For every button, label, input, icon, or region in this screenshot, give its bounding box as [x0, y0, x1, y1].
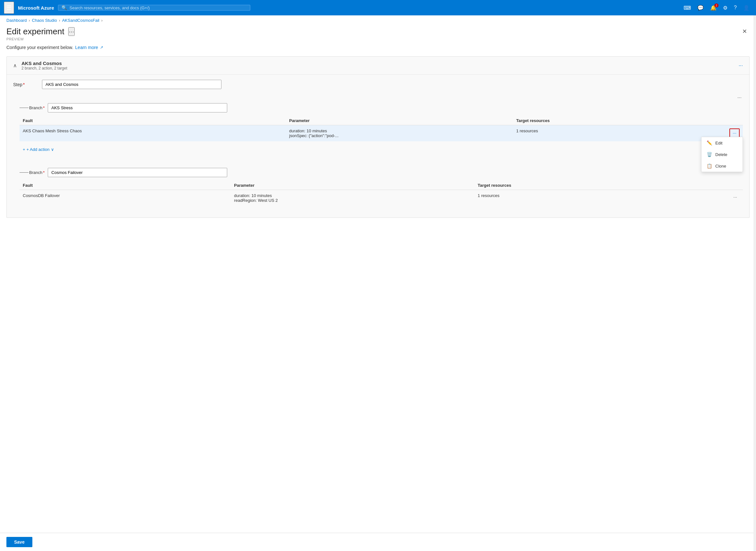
step-meta: 2 branch, 2 action, 2 target: [21, 66, 67, 70]
breadcrumb-sep-1: ›: [29, 18, 30, 23]
feedback-icon-btn[interactable]: 💬: [695, 3, 706, 13]
branch1-fault-name: AKS Chaos Mesh Stress Chaos: [20, 125, 286, 142]
step-container: ∧ AKS and Cosmos 2 branch, 2 action, 2 t…: [6, 56, 750, 218]
page-title: Edit experiment: [6, 27, 64, 36]
step-header-left: ∧ AKS and Cosmos 2 branch, 2 action, 2 t…: [12, 61, 67, 70]
branch2-fault-params: duration: 10 minutes readRegion: West US…: [231, 190, 474, 206]
branch1-name-input[interactable]: [48, 103, 227, 112]
page-header-left: Edit experiment ··· PREVIEW: [6, 27, 75, 41]
step-required-star: *: [23, 82, 25, 87]
breadcrumb-sep-2: ›: [59, 18, 60, 23]
branch2-fault-targets: 1 resources: [475, 190, 669, 206]
step-ellipsis-button[interactable]: ···: [737, 61, 744, 70]
branch2-label: Branch: [29, 170, 42, 175]
branch2-fault-col-header: Fault: [20, 181, 231, 190]
branch1-fault-menu-btn[interactable]: ···: [729, 128, 740, 137]
help-icon-btn[interactable]: ?: [731, 3, 739, 12]
context-menu-delete[interactable]: 🗑️ Delete: [702, 149, 743, 160]
branch1-fault-params: duration: 10 minutes jsonSpec: {"action"…: [286, 125, 513, 142]
top-nav: ☰ Microsoft Azure 🔍 ⌨ 💬 🔔 2 ⚙ ? 👤: [0, 0, 756, 15]
branch1-add-action-btn[interactable]: + + Add action ∨: [23, 147, 54, 152]
notifications-icon-btn[interactable]: 🔔 2: [708, 3, 719, 13]
external-link-icon: ↗: [100, 45, 103, 50]
branch2-fault-name: CosmosDB Failover: [20, 190, 231, 206]
branch1-label-line: Branch *: [20, 105, 45, 110]
configure-description: Configure your experiment below.: [6, 45, 73, 50]
page-title-ellipsis-btn[interactable]: ···: [68, 27, 75, 36]
branch2-target-col-header: Target resources: [475, 181, 669, 190]
branch1-label: Branch: [29, 105, 42, 110]
branch1-fault-table: Fault Parameter Target resources AKS Cha…: [20, 116, 743, 141]
branch1-top-ellipsis-btn[interactable]: ···: [736, 93, 743, 102]
nav-icons: ⌨ 💬 🔔 2 ⚙ ? 👤: [681, 3, 752, 13]
page-close-button[interactable]: ✕: [740, 27, 750, 36]
configure-text: Configure your experiment below. Learn m…: [6, 45, 750, 50]
terminal-icon-btn[interactable]: ⌨: [681, 3, 694, 13]
branch2-label-line: Branch *: [20, 170, 45, 175]
step-collapse-button[interactable]: ∧: [12, 62, 18, 69]
add-action-label: + Add action: [27, 147, 50, 152]
branch1-ellipsis-row: ···: [20, 93, 743, 102]
brand-name: Microsoft Azure: [18, 5, 54, 11]
step-header: ∧ AKS and Cosmos 2 branch, 2 action, 2 t…: [7, 57, 749, 75]
page-header: Edit experiment ··· PREVIEW ✕: [0, 25, 756, 45]
branch1-section: ··· Branch * Fault Par: [20, 93, 743, 153]
branch1-fault-targets: 1 resources: [513, 125, 676, 142]
step-label-area: Step *: [13, 82, 39, 87]
step-label: Step: [13, 82, 22, 87]
branch1-fault-actions: ··· ✏️ Edit 🗑️ Delete: [676, 125, 743, 142]
add-action-chevron: ∨: [51, 147, 54, 152]
context-menu-delete-label: Delete: [715, 152, 728, 157]
learn-more-link[interactable]: Learn more: [75, 45, 98, 50]
page-header-title-area: Edit experiment ··· PREVIEW: [6, 27, 75, 41]
branch2-param-col-header: Parameter: [231, 181, 474, 190]
branch2-fault-actions: ···: [669, 190, 743, 206]
branch1-table-header: Fault Parameter Target resources: [20, 116, 743, 125]
branch2-required-star: *: [43, 170, 45, 175]
branch2-fault-menu-btn[interactable]: ···: [731, 193, 740, 201]
branch1-fault-col-header: Fault: [20, 116, 286, 125]
branch2-name-input[interactable]: [48, 168, 227, 177]
branch1-target-col-header: Target resources: [513, 116, 676, 125]
search-input[interactable]: [69, 5, 247, 10]
breadcrumb-dashboard[interactable]: Dashboard: [6, 18, 27, 23]
scrollbar[interactable]: [753, 15, 756, 243]
context-menu-edit-label: Edit: [715, 141, 722, 145]
account-icon-btn[interactable]: 👤: [741, 3, 752, 13]
context-menu-clone-label: Clone: [715, 164, 726, 168]
branch2-fault-row-1: CosmosDB Failover duration: 10 minutes r…: [20, 190, 743, 206]
branch1-dash: [20, 108, 28, 108]
step-body: Step * ··· Branch *: [7, 75, 749, 217]
search-icon: 🔍: [61, 5, 67, 10]
breadcrumb-experiment[interactable]: AKSandCosmosFail: [62, 18, 99, 23]
branch2-ellipsis-row: ···: [20, 158, 743, 166]
step-name-input[interactable]: [42, 80, 222, 89]
branch2-dash: [20, 172, 28, 173]
page-subtitle: PREVIEW: [6, 37, 75, 41]
branch1-add-action-row: + + Add action ∨: [20, 146, 743, 153]
breadcrumb: Dashboard › Chaos Studio › AKSandCosmosF…: [0, 15, 756, 25]
edit-icon: ✏️: [707, 140, 712, 145]
branch2-section: ··· Branch * Fault Par: [20, 158, 743, 206]
notification-badge: 2: [714, 4, 719, 7]
branch1-param-col-header: Parameter: [286, 116, 513, 125]
context-menu-clone[interactable]: 📋 Clone: [702, 160, 743, 172]
clone-icon: 📋: [707, 163, 712, 168]
add-action-plus-icon: +: [23, 147, 25, 152]
breadcrumb-chaos-studio[interactable]: Chaos Studio: [32, 18, 57, 23]
step-info: AKS and Cosmos 2 branch, 2 action, 2 tar…: [21, 61, 67, 70]
branch2-table-header: Fault Parameter Target resources: [20, 181, 743, 190]
content-area: Configure your experiment below. Learn m…: [0, 45, 756, 243]
search-bar[interactable]: 🔍: [58, 5, 250, 11]
step-name-row: Step *: [13, 80, 743, 89]
branch2-fault-table: Fault Parameter Target resources CosmosD…: [20, 181, 743, 206]
hamburger-menu[interactable]: ☰: [4, 2, 14, 14]
breadcrumb-sep-3: ›: [101, 18, 102, 23]
delete-icon: 🗑️: [707, 152, 712, 157]
branch2-name-row: Branch *: [20, 168, 743, 177]
branch1-fault-row-1: AKS Chaos Mesh Stress Chaos duration: 10…: [20, 125, 743, 142]
context-menu-edit[interactable]: ✏️ Edit: [702, 137, 743, 149]
branch1-required-star: *: [43, 105, 45, 110]
step-name: AKS and Cosmos: [21, 61, 67, 66]
settings-icon-btn[interactable]: ⚙: [720, 3, 730, 13]
